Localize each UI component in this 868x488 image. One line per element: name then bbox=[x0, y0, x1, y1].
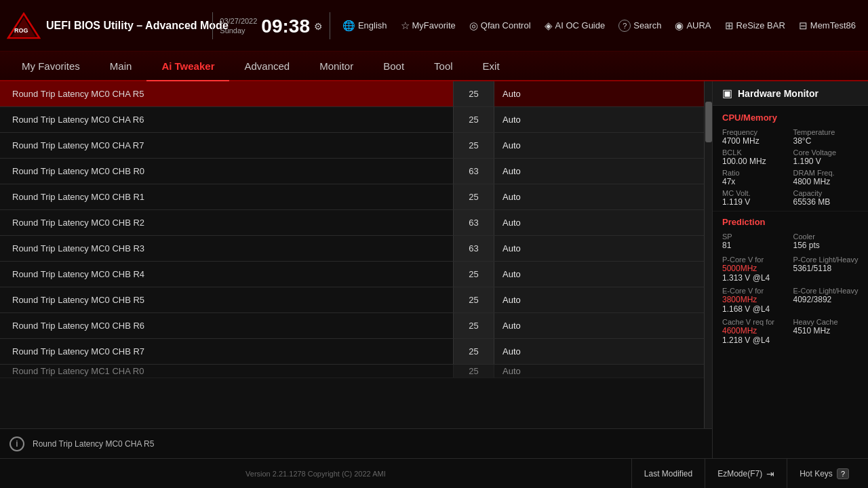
heavy-cache-value: 4510 MHz bbox=[793, 326, 859, 336]
row-label: Round Trip Latency MC0 CHB R1 bbox=[0, 192, 453, 202]
heavy-cache-label: Heavy Cache bbox=[793, 318, 859, 326]
date: 03/27/2022 bbox=[220, 17, 257, 26]
nav-myfavorite[interactable]: ☆ MyFavorite bbox=[395, 17, 461, 35]
scrollbar-track[interactable] bbox=[704, 81, 712, 428]
row-label: Round Trip Latency MC0 CHB R7 bbox=[0, 346, 453, 357]
settings-list: Round Trip Latency MC0 CHA R5 25 Auto Ro… bbox=[0, 81, 704, 428]
prediction-sp-cooler: SP 81 Cooler 156 pts bbox=[722, 232, 859, 250]
ez-mode-button[interactable]: EzMode(F7) ⇥ bbox=[705, 459, 787, 489]
cache-v-l4: 1.218 V @L4 bbox=[722, 336, 788, 345]
mc-volt-value: 1.119 V bbox=[722, 197, 788, 207]
cooler-value: 156 pts bbox=[793, 241, 859, 250]
bclk-value: 100.00 MHz bbox=[722, 157, 788, 166]
favorite-label: MyFavorite bbox=[412, 20, 456, 30]
row-value: Auto bbox=[494, 313, 704, 338]
row-num: 25 bbox=[453, 287, 494, 312]
tab-ai-tweaker[interactable]: Ai Tweaker bbox=[146, 52, 229, 81]
nav-aura[interactable]: ◉ AURA bbox=[669, 17, 716, 35]
tab-monitor[interactable]: Monitor bbox=[304, 52, 368, 81]
ez-mode-label: EzMode(F7) bbox=[717, 469, 762, 479]
datetime-area: 03/27/2022 Sunday 09:38 ⚙ bbox=[220, 17, 323, 36]
top-nav: 🌐 English ☆ MyFavorite ◎ Qfan Control ◈ … bbox=[337, 17, 861, 35]
right-panel: ▣ Hardware Monitor CPU/Memory Frequency … bbox=[712, 81, 868, 458]
settings-row[interactable]: Round Trip Latency MC0 CHA R6 25 Auto bbox=[0, 107, 704, 133]
hot-keys-button[interactable]: Hot Keys ? bbox=[787, 459, 861, 489]
settings-row[interactable]: Round Trip Latency MC0 CHB R5 25 Auto bbox=[0, 287, 704, 313]
bclk-group: BCLK 100.00 MHz bbox=[722, 148, 788, 166]
memtest-icon: ⊟ bbox=[799, 20, 808, 32]
tab-exit[interactable]: Exit bbox=[468, 52, 515, 81]
pcore-v-group: P-Core V for 5000MHz 1.313 V @L4 bbox=[722, 256, 788, 283]
info-icon: i bbox=[9, 436, 24, 451]
row-num: 25 bbox=[453, 262, 494, 287]
hot-keys-label: Hot Keys bbox=[800, 469, 833, 479]
scrollbar-thumb[interactable] bbox=[705, 102, 712, 142]
ratio-value: 47x bbox=[722, 177, 788, 186]
settings-row[interactable]: Round Trip Latency MC0 CHB R7 25 Auto bbox=[0, 339, 704, 365]
row-value: Auto bbox=[494, 365, 704, 378]
nav-memtest[interactable]: ⊟ MemTest86 bbox=[793, 17, 861, 35]
ratio-group: Ratio 47x bbox=[722, 169, 788, 186]
core-voltage-group: Core Voltage 1.190 V bbox=[793, 148, 859, 166]
row-value: Auto bbox=[494, 339, 704, 364]
cooler-group: Cooler 156 pts bbox=[793, 232, 859, 250]
pcore-v-label: P-Core V for bbox=[722, 256, 788, 264]
row-value: Auto bbox=[494, 133, 704, 158]
row-value: Auto bbox=[494, 287, 704, 312]
content-area: Round Trip Latency MC0 CHA R5 25 Auto Ro… bbox=[0, 81, 868, 458]
core-voltage-value: 1.190 V bbox=[793, 157, 859, 166]
capacity-group: Capacity 65536 MB bbox=[793, 189, 859, 207]
temperature-value: 38°C bbox=[793, 136, 859, 146]
cache-v-group: Cache V req for 4600MHz 1.218 V @L4 bbox=[722, 318, 788, 345]
prediction-pcore: P-Core V for 5000MHz 1.313 V @L4 P-Core … bbox=[722, 256, 859, 283]
ecore-v-label: E-Core V for bbox=[722, 287, 788, 295]
settings-row[interactable]: Round Trip Latency MC0 CHA R7 25 Auto bbox=[0, 133, 704, 159]
nav-language[interactable]: 🌐 English bbox=[337, 17, 393, 35]
settings-row[interactable]: Round Trip Latency MC0 CHB R0 63 Auto bbox=[0, 159, 704, 184]
tab-main[interactable]: Main bbox=[95, 52, 147, 81]
cooler-label: Cooler bbox=[793, 232, 859, 241]
nav-resizebar[interactable]: ⊞ ReSize BAR bbox=[719, 17, 791, 35]
favorite-icon: ☆ bbox=[401, 20, 410, 32]
nav-qfan[interactable]: ◎ Qfan Control bbox=[464, 17, 536, 35]
tab-my-favorites[interactable]: My Favorites bbox=[7, 52, 95, 81]
row-num: 25 bbox=[453, 81, 494, 106]
nav-search[interactable]: ? Search bbox=[613, 17, 667, 35]
divider-2 bbox=[330, 12, 330, 39]
last-modified-button[interactable]: Last Modified bbox=[631, 459, 705, 489]
row-num: 63 bbox=[453, 210, 494, 235]
settings-row[interactable]: Round Trip Latency MC1 CHA R0 25 Auto bbox=[0, 365, 704, 378]
frequency-label: Frequency bbox=[722, 128, 788, 136]
core-voltage-label: Core Voltage bbox=[793, 148, 859, 157]
settings-row[interactable]: Round Trip Latency MC0 CHB R1 25 Auto bbox=[0, 184, 704, 210]
bios-page: ROG UEFI BIOS Utility – Advanced Mode 03… bbox=[0, 0, 868, 488]
row-value: Auto bbox=[494, 210, 704, 235]
pcore-v-freq: 5000MHz bbox=[722, 264, 788, 273]
settings-row[interactable]: Round Trip Latency MC0 CHB R3 63 Auto bbox=[0, 236, 704, 262]
svg-text:ROG: ROG bbox=[14, 27, 28, 34]
ecore-lh-value: 4092/3892 bbox=[793, 295, 859, 304]
settings-row[interactable]: Round Trip Latency MC0 CHB R4 25 Auto bbox=[0, 262, 704, 287]
qfan-label: Qfan Control bbox=[481, 20, 531, 30]
nav-aioc[interactable]: ◈ AI OC Guide bbox=[539, 17, 611, 35]
cpu-memory-title: CPU/Memory bbox=[722, 113, 859, 123]
settings-icon[interactable]: ⚙ bbox=[314, 21, 323, 32]
tab-advanced[interactable]: Advanced bbox=[229, 52, 304, 81]
tab-tool[interactable]: Tool bbox=[419, 52, 468, 81]
tab-boot[interactable]: Boot bbox=[368, 52, 419, 81]
row-value: Auto bbox=[494, 107, 704, 132]
settings-row[interactable]: Round Trip Latency MC0 CHB R2 63 Auto bbox=[0, 210, 704, 236]
row-label: Round Trip Latency MC0 CHB R3 bbox=[0, 243, 453, 253]
top-bar: ROG UEFI BIOS Utility – Advanced Mode 03… bbox=[0, 0, 868, 52]
row-label: Round Trip Latency MC0 CHA R7 bbox=[0, 140, 453, 150]
aioc-icon: ◈ bbox=[545, 20, 553, 32]
temperature-group: Temperature 38°C bbox=[793, 128, 859, 146]
dram-freq-value: 4800 MHz bbox=[793, 177, 859, 186]
row-num: 25 bbox=[453, 313, 494, 338]
cpu-memory-section: CPU/Memory Frequency 4700 MHz Temperatur… bbox=[713, 106, 868, 211]
settings-row[interactable]: Round Trip Latency MC0 CHA R5 25 Auto bbox=[0, 81, 704, 107]
sp-value: 81 bbox=[722, 241, 788, 250]
pcore-lh-label: P-Core Light/Heavy bbox=[793, 256, 859, 264]
settings-row[interactable]: Round Trip Latency MC0 CHB R6 25 Auto bbox=[0, 313, 704, 339]
row-num: 63 bbox=[453, 236, 494, 261]
